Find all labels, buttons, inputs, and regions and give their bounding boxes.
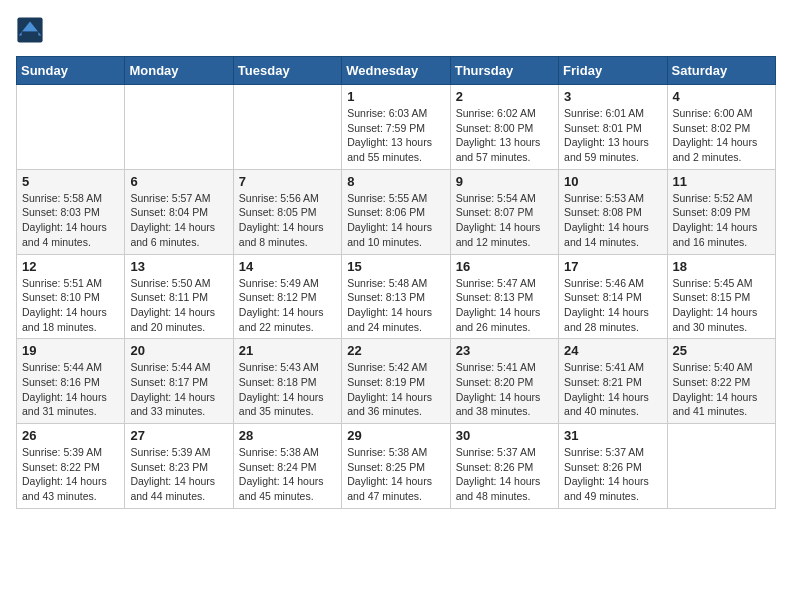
- calendar-header-friday: Friday: [559, 57, 667, 85]
- day-info: Sunrise: 5:44 AM Sunset: 8:16 PM Dayligh…: [22, 360, 119, 419]
- day-info: Sunrise: 5:51 AM Sunset: 8:10 PM Dayligh…: [22, 276, 119, 335]
- day-info: Sunrise: 5:58 AM Sunset: 8:03 PM Dayligh…: [22, 191, 119, 250]
- day-info: Sunrise: 5:57 AM Sunset: 8:04 PM Dayligh…: [130, 191, 227, 250]
- day-info: Sunrise: 5:49 AM Sunset: 8:12 PM Dayligh…: [239, 276, 336, 335]
- day-number: 9: [456, 174, 553, 189]
- day-number: 29: [347, 428, 444, 443]
- calendar-header-saturday: Saturday: [667, 57, 775, 85]
- calendar-cell: 31Sunrise: 5:37 AM Sunset: 8:26 PM Dayli…: [559, 424, 667, 509]
- day-info: Sunrise: 5:56 AM Sunset: 8:05 PM Dayligh…: [239, 191, 336, 250]
- day-number: 1: [347, 89, 444, 104]
- day-number: 7: [239, 174, 336, 189]
- calendar-week-row: 12Sunrise: 5:51 AM Sunset: 8:10 PM Dayli…: [17, 254, 776, 339]
- day-number: 26: [22, 428, 119, 443]
- calendar-cell: [233, 85, 341, 170]
- day-info: Sunrise: 6:01 AM Sunset: 8:01 PM Dayligh…: [564, 106, 661, 165]
- calendar-cell: 14Sunrise: 5:49 AM Sunset: 8:12 PM Dayli…: [233, 254, 341, 339]
- calendar-cell: 18Sunrise: 5:45 AM Sunset: 8:15 PM Dayli…: [667, 254, 775, 339]
- day-info: Sunrise: 5:37 AM Sunset: 8:26 PM Dayligh…: [456, 445, 553, 504]
- day-number: 22: [347, 343, 444, 358]
- calendar-header-monday: Monday: [125, 57, 233, 85]
- day-number: 20: [130, 343, 227, 358]
- day-number: 21: [239, 343, 336, 358]
- day-info: Sunrise: 5:39 AM Sunset: 8:22 PM Dayligh…: [22, 445, 119, 504]
- calendar-cell: 10Sunrise: 5:53 AM Sunset: 8:08 PM Dayli…: [559, 169, 667, 254]
- day-number: 19: [22, 343, 119, 358]
- calendar-cell: 27Sunrise: 5:39 AM Sunset: 8:23 PM Dayli…: [125, 424, 233, 509]
- day-number: 6: [130, 174, 227, 189]
- day-number: 23: [456, 343, 553, 358]
- calendar-cell: [667, 424, 775, 509]
- day-number: 16: [456, 259, 553, 274]
- day-info: Sunrise: 6:03 AM Sunset: 7:59 PM Dayligh…: [347, 106, 444, 165]
- day-number: 2: [456, 89, 553, 104]
- day-number: 12: [22, 259, 119, 274]
- day-number: 25: [673, 343, 770, 358]
- calendar-header-thursday: Thursday: [450, 57, 558, 85]
- calendar-cell: 12Sunrise: 5:51 AM Sunset: 8:10 PM Dayli…: [17, 254, 125, 339]
- day-number: 4: [673, 89, 770, 104]
- day-info: Sunrise: 5:50 AM Sunset: 8:11 PM Dayligh…: [130, 276, 227, 335]
- day-number: 10: [564, 174, 661, 189]
- logo-icon: [16, 16, 44, 44]
- calendar-cell: 23Sunrise: 5:41 AM Sunset: 8:20 PM Dayli…: [450, 339, 558, 424]
- calendar-cell: 26Sunrise: 5:39 AM Sunset: 8:22 PM Dayli…: [17, 424, 125, 509]
- day-info: Sunrise: 6:02 AM Sunset: 8:00 PM Dayligh…: [456, 106, 553, 165]
- day-number: 28: [239, 428, 336, 443]
- calendar-cell: 16Sunrise: 5:47 AM Sunset: 8:13 PM Dayli…: [450, 254, 558, 339]
- day-info: Sunrise: 5:45 AM Sunset: 8:15 PM Dayligh…: [673, 276, 770, 335]
- calendar-cell: 8Sunrise: 5:55 AM Sunset: 8:06 PM Daylig…: [342, 169, 450, 254]
- calendar-cell: 28Sunrise: 5:38 AM Sunset: 8:24 PM Dayli…: [233, 424, 341, 509]
- day-info: Sunrise: 5:39 AM Sunset: 8:23 PM Dayligh…: [130, 445, 227, 504]
- day-info: Sunrise: 5:46 AM Sunset: 8:14 PM Dayligh…: [564, 276, 661, 335]
- calendar-cell: 3Sunrise: 6:01 AM Sunset: 8:01 PM Daylig…: [559, 85, 667, 170]
- day-number: 8: [347, 174, 444, 189]
- day-number: 30: [456, 428, 553, 443]
- calendar-cell: [17, 85, 125, 170]
- calendar-cell: 30Sunrise: 5:37 AM Sunset: 8:26 PM Dayli…: [450, 424, 558, 509]
- calendar-cell: 6Sunrise: 5:57 AM Sunset: 8:04 PM Daylig…: [125, 169, 233, 254]
- day-info: Sunrise: 5:41 AM Sunset: 8:21 PM Dayligh…: [564, 360, 661, 419]
- calendar-cell: 4Sunrise: 6:00 AM Sunset: 8:02 PM Daylig…: [667, 85, 775, 170]
- day-info: Sunrise: 5:41 AM Sunset: 8:20 PM Dayligh…: [456, 360, 553, 419]
- day-number: 3: [564, 89, 661, 104]
- calendar-cell: 19Sunrise: 5:44 AM Sunset: 8:16 PM Dayli…: [17, 339, 125, 424]
- day-info: Sunrise: 6:00 AM Sunset: 8:02 PM Dayligh…: [673, 106, 770, 165]
- day-number: 17: [564, 259, 661, 274]
- day-info: Sunrise: 5:44 AM Sunset: 8:17 PM Dayligh…: [130, 360, 227, 419]
- day-number: 11: [673, 174, 770, 189]
- day-number: 5: [22, 174, 119, 189]
- calendar-header-row: SundayMondayTuesdayWednesdayThursdayFrid…: [17, 57, 776, 85]
- calendar-cell: 20Sunrise: 5:44 AM Sunset: 8:17 PM Dayli…: [125, 339, 233, 424]
- day-info: Sunrise: 5:54 AM Sunset: 8:07 PM Dayligh…: [456, 191, 553, 250]
- day-info: Sunrise: 5:55 AM Sunset: 8:06 PM Dayligh…: [347, 191, 444, 250]
- day-number: 31: [564, 428, 661, 443]
- calendar-cell: 22Sunrise: 5:42 AM Sunset: 8:19 PM Dayli…: [342, 339, 450, 424]
- calendar-week-row: 1Sunrise: 6:03 AM Sunset: 7:59 PM Daylig…: [17, 85, 776, 170]
- calendar-cell: 5Sunrise: 5:58 AM Sunset: 8:03 PM Daylig…: [17, 169, 125, 254]
- calendar-cell: 9Sunrise: 5:54 AM Sunset: 8:07 PM Daylig…: [450, 169, 558, 254]
- day-number: 15: [347, 259, 444, 274]
- day-number: 27: [130, 428, 227, 443]
- day-info: Sunrise: 5:38 AM Sunset: 8:24 PM Dayligh…: [239, 445, 336, 504]
- day-info: Sunrise: 5:52 AM Sunset: 8:09 PM Dayligh…: [673, 191, 770, 250]
- day-number: 13: [130, 259, 227, 274]
- calendar-cell: 24Sunrise: 5:41 AM Sunset: 8:21 PM Dayli…: [559, 339, 667, 424]
- day-info: Sunrise: 5:42 AM Sunset: 8:19 PM Dayligh…: [347, 360, 444, 419]
- calendar-cell: 29Sunrise: 5:38 AM Sunset: 8:25 PM Dayli…: [342, 424, 450, 509]
- day-info: Sunrise: 5:53 AM Sunset: 8:08 PM Dayligh…: [564, 191, 661, 250]
- calendar-header-tuesday: Tuesday: [233, 57, 341, 85]
- day-info: Sunrise: 5:40 AM Sunset: 8:22 PM Dayligh…: [673, 360, 770, 419]
- logo: [16, 16, 48, 44]
- calendar-week-row: 26Sunrise: 5:39 AM Sunset: 8:22 PM Dayli…: [17, 424, 776, 509]
- day-info: Sunrise: 5:43 AM Sunset: 8:18 PM Dayligh…: [239, 360, 336, 419]
- calendar-header-sunday: Sunday: [17, 57, 125, 85]
- svg-rect-2: [22, 31, 39, 37]
- calendar-cell: [125, 85, 233, 170]
- day-info: Sunrise: 5:47 AM Sunset: 8:13 PM Dayligh…: [456, 276, 553, 335]
- calendar-cell: 11Sunrise: 5:52 AM Sunset: 8:09 PM Dayli…: [667, 169, 775, 254]
- calendar-header-wednesday: Wednesday: [342, 57, 450, 85]
- calendar-week-row: 5Sunrise: 5:58 AM Sunset: 8:03 PM Daylig…: [17, 169, 776, 254]
- page-header: [16, 16, 776, 44]
- calendar-cell: 25Sunrise: 5:40 AM Sunset: 8:22 PM Dayli…: [667, 339, 775, 424]
